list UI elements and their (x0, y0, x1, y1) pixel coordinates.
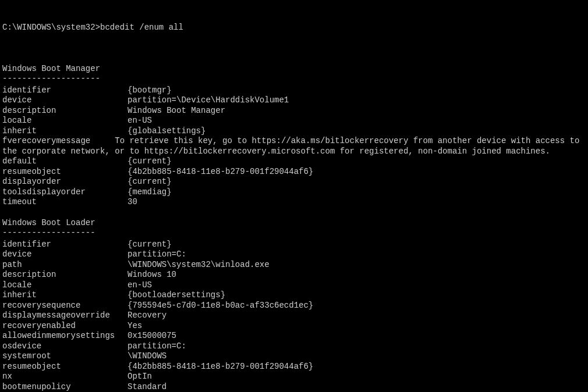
config-value: en-US (127, 280, 586, 291)
config-key: identifier (2, 240, 127, 250)
config-value: {795594e5-c7d0-11e8-b0ac-af33c6ecd1ec} (127, 301, 586, 311)
config-value: {4b2bb885-8418-11e8-b279-001f29044af6} (127, 167, 586, 177)
config-entry: bootmenupolicyStandard (2, 382, 586, 393)
terminal-output[interactable]: C:\WINDOWS\system32>bcdedit /enum all Wi… (2, 2, 586, 392)
config-value: partition=C: (127, 250, 586, 260)
config-value: Recovery (127, 311, 586, 321)
config-key: displayorder (2, 177, 127, 187)
config-entry: resumeobject{4b2bb885-8418-11e8-b279-001… (2, 167, 586, 177)
config-entry: devicepartition=\Device\HarddiskVolume1 (2, 95, 586, 106)
config-key: bootmenupolicy (2, 382, 127, 393)
config-entry: localeen-US (2, 280, 586, 291)
config-entry: identifier{bootmgr} (2, 85, 586, 96)
config-entry: descriptionWindows 10 (2, 270, 586, 280)
sections-container: Windows Boot Manager--------------------… (2, 64, 586, 393)
config-entry: resumeobject{4b2bb885-8418-11e8-b279-001… (2, 362, 586, 372)
config-value: Windows Boot Manager (127, 106, 586, 116)
config-entry: fverecoverymessage To retrieve this key,… (2, 136, 586, 156)
config-entry: allowedinmemorysettings0x15000075 (2, 331, 586, 341)
config-key: path (2, 260, 127, 270)
config-key: device (2, 95, 127, 106)
config-key: osdevice (2, 341, 127, 352)
config-key: displaymessageoverride (2, 311, 127, 321)
config-key: recoveryenabled (2, 321, 127, 332)
config-value: \WINDOWS\system32\winload.exe (127, 260, 586, 270)
config-entry: nxOptIn (2, 372, 586, 382)
config-value: 0x15000075 (127, 331, 586, 341)
config-key: identifier (2, 85, 127, 96)
section-title: Windows Boot Manager (2, 64, 586, 74)
config-value: \WINDOWS (127, 351, 586, 362)
command-prompt-line: C:\WINDOWS\system32>bcdedit /enum all (2, 23, 586, 33)
config-value: {current} (127, 240, 586, 250)
config-value: Standard (127, 382, 586, 393)
config-entry: inherit{bootloadersettings} (2, 290, 586, 301)
config-value: 30 (127, 197, 586, 208)
section-gap (2, 208, 586, 216)
section-divider: -------------------- (2, 74, 586, 84)
config-value: Windows 10 (127, 270, 586, 280)
config-value: en-US (127, 116, 586, 126)
config-key: nx (2, 372, 127, 382)
config-entry: descriptionWindows Boot Manager (2, 106, 586, 116)
config-entry: osdevicepartition=C: (2, 341, 586, 352)
section-title: Windows Boot Loader (2, 218, 586, 229)
config-value: {globalsettings} (127, 126, 586, 137)
config-entry: default{current} (2, 156, 586, 167)
config-key: description (2, 106, 127, 116)
config-entry: recoveryenabledYes (2, 321, 586, 332)
config-key: resumeobject (2, 167, 127, 177)
config-key: resumeobject (2, 362, 127, 372)
config-value: {bootmgr} (127, 85, 586, 96)
config-entry: identifier{current} (2, 240, 586, 250)
config-key: recoverysequence (2, 301, 127, 311)
config-value: {bootloadersettings} (127, 290, 586, 301)
config-entry: timeout30 (2, 197, 586, 208)
config-entry: devicepartition=C: (2, 250, 586, 260)
config-key: toolsdisplayorder (2, 187, 127, 198)
config-entry: inherit{globalsettings} (2, 126, 586, 137)
config-value: Yes (127, 321, 586, 332)
config-key: timeout (2, 197, 127, 208)
config-value: {current} (127, 177, 586, 187)
config-key: allowedinmemorysettings (2, 331, 127, 341)
config-value: partition=C: (127, 341, 586, 352)
config-key: inherit (2, 126, 127, 137)
config-entry: displaymessageoverrideRecovery (2, 311, 586, 321)
config-value: {current} (127, 156, 586, 167)
config-key: device (2, 250, 127, 260)
config-entry: path\WINDOWS\system32\winload.exe (2, 260, 586, 270)
config-value: {memdiag} (127, 187, 586, 198)
config-key: locale (2, 116, 127, 126)
config-key: systemroot (2, 351, 127, 362)
config-key: description (2, 270, 127, 280)
config-value: {4b2bb885-8418-11e8-b279-001f29044af6} (127, 362, 586, 372)
config-entry: recoverysequence{795594e5-c7d0-11e8-b0ac… (2, 301, 586, 311)
config-value: OptIn (127, 372, 586, 382)
section-divider: ------------------- (2, 228, 586, 238)
config-entry: localeen-US (2, 116, 586, 126)
config-entry: displayorder{current} (2, 177, 586, 187)
config-key: locale (2, 280, 127, 291)
config-entry: toolsdisplayorder{memdiag} (2, 187, 586, 198)
config-value: partition=\Device\HarddiskVolume1 (127, 95, 586, 106)
config-key: inherit (2, 290, 127, 301)
config-entry: systemroot\WINDOWS (2, 351, 586, 362)
config-key: default (2, 156, 127, 167)
